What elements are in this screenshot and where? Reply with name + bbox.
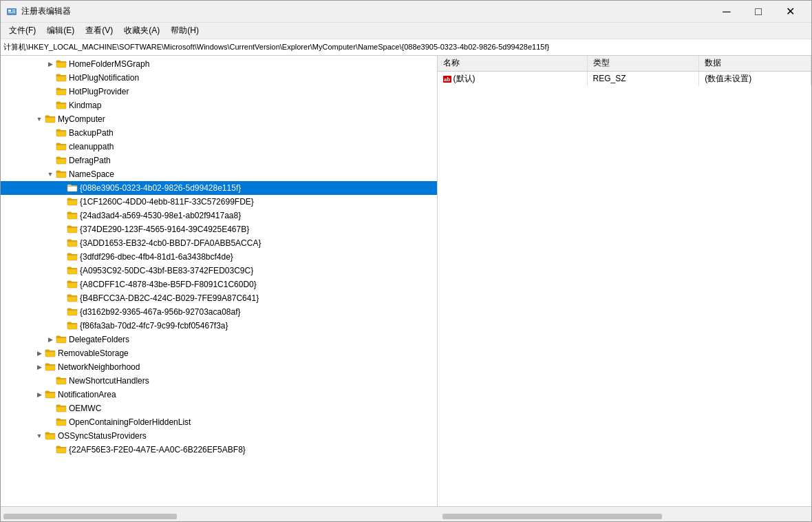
title-bar: 注册表编辑器 ─ □ ✕ [1, 1, 811, 23]
window-title: 注册表编辑器 [21, 6, 711, 17]
maximize-button[interactable]: □ [742, 1, 774, 23]
menu-edit[interactable]: 编辑(E) [41, 23, 80, 38]
expand-button[interactable]: ▶ [34, 348, 45, 359]
tree-item-label: OEMWC [69, 404, 101, 413]
expand-button[interactable]: ▶ [34, 362, 45, 373]
folder-icon [56, 445, 67, 455]
registry-icon [6, 6, 17, 17]
tree-item[interactable]: OEMWC [1, 401, 437, 415]
address-text: 计算机\HKEY_LOCAL_MACHINE\SOFTWARE\Microsof… [3, 42, 549, 52]
folder-icon [56, 142, 67, 152]
tree-item-label: {f86fa3ab-70d2-4fc7-9c99-fcbf05467f3a} [80, 321, 228, 331]
tree-item[interactable]: ▼ NameSpace [1, 167, 437, 181]
expand-button[interactable]: ▶ [45, 334, 56, 345]
ab-icon: ab [443, 76, 451, 83]
folder-icon [67, 293, 78, 303]
tree-item[interactable]: Kindmap [1, 98, 437, 112]
registry-editor-window: 注册表编辑器 ─ □ ✕ 文件(F) 编辑(E) 查看(V) 收藏夹(A) 帮助… [0, 0, 812, 522]
folder-icon [56, 376, 67, 386]
folder-icon [56, 417, 67, 427]
tree-item[interactable]: DefragPath [1, 154, 437, 167]
tree-item[interactable]: BackupPath [1, 126, 437, 140]
tree-item-label: cleanuppath [69, 142, 114, 152]
expand-button[interactable]: ▶ [45, 59, 56, 70]
menu-bar: 文件(F) 编辑(E) 查看(V) 收藏夹(A) 帮助(H) [1, 23, 811, 39]
collapse-button[interactable]: ▼ [34, 430, 45, 441]
value-row[interactable]: ab(默认)REG_SZ(数值未设置) [438, 71, 811, 86]
svg-rect-3 [12, 11, 15, 12]
folder-icon [67, 321, 78, 331]
tree-item-label: {24ad3ad4-a569-4530-98e1-ab02f9417aa8} [80, 211, 241, 220]
tree-item-label: {d3162b92-9365-467a-956b-92703aca08af} [80, 307, 241, 317]
tree-item[interactable]: {A0953C92-50DC-43bf-BE83-3742FED03C9C} [1, 264, 437, 278]
close-button[interactable]: ✕ [774, 1, 806, 23]
tree-item-label: BackupPath [69, 128, 114, 138]
minimize-button[interactable]: ─ [711, 1, 742, 23]
tree-item[interactable]: {f86fa3ab-70d2-4fc7-9c99-fcbf05467f3a} [1, 319, 437, 333]
tree-item[interactable]: ▶ NetworkNeighborhood [1, 360, 437, 374]
tree-item[interactable]: OpenContainingFolderHiddenList [1, 415, 437, 429]
svg-rect-1 [8, 10, 11, 12]
tree-item[interactable]: ▶ HomeFolderMSGraph [1, 57, 437, 71]
col-data: 数据 [699, 56, 811, 71]
folder-icon [45, 114, 56, 124]
folder-icon [56, 335, 67, 344]
tree-item-label: DefragPath [69, 156, 111, 165]
tree-item-label: {1CF1260C-4DD0-4ebb-811F-33C572699FDE} [80, 197, 254, 207]
tree-item-label: {A0953C92-50DC-43bf-BE83-3742FED03C9C} [80, 266, 253, 275]
value-table: 名称 类型 数据 ab(默认)REG_SZ(数值未设置) [438, 56, 811, 86]
tree-item-label: HomeFolderMSGraph [69, 59, 149, 69]
tree-item[interactable]: ▼ MyComputer [1, 112, 437, 126]
tree-item[interactable]: ▼ OSSyncStatusProviders [1, 429, 437, 443]
collapse-button[interactable]: ▼ [45, 169, 56, 180]
tree-item[interactable]: {088e3905-0323-4b02-9826-5d99428e115f} [1, 181, 437, 195]
expand-button[interactable]: ▶ [34, 389, 45, 400]
collapse-button[interactable]: ▼ [34, 114, 45, 125]
tree-item[interactable]: {B4BFCC3A-DB2C-424C-B029-7FE99A87C641} [1, 291, 437, 305]
folder-icon [67, 307, 78, 317]
tree-item-label: {3dfdf296-dbec-4fb4-81d1-6a3438bcf4de} [80, 252, 233, 262]
tree-item[interactable]: {3ADD1653-EB32-4cb0-BBD7-DFA0ABB5ACCA} [1, 236, 437, 250]
folder-icon [67, 238, 78, 248]
status-bar [1, 506, 811, 521]
menu-help[interactable]: 帮助(H) [165, 23, 204, 38]
tree-item-label: {22AF56E3-F2E0-4A7E-AA0C-6B226EF5ABF8} [69, 445, 246, 455]
folder-icon [56, 404, 67, 413]
tree-item[interactable]: ▶ DelegateFolders [1, 333, 437, 346]
tree-item-label: {374DE290-123F-4565-9164-39C4925E467B} [80, 225, 249, 234]
tree-item[interactable]: HotPlugProvider [1, 85, 437, 98]
tree-container: ▶ HomeFolderMSGraph HotPlugNotification … [1, 56, 437, 458]
folder-icon [67, 183, 78, 193]
menu-favorites[interactable]: 收藏夹(A) [118, 23, 165, 38]
tree-item[interactable]: HotPlugNotification [1, 71, 437, 85]
menu-file[interactable]: 文件(F) [3, 23, 41, 38]
folder-icon [56, 59, 67, 69]
folder-icon [45, 362, 56, 372]
tree-item[interactable]: {A8CDFF1C-4878-43be-B5FD-F8091C1C60D0} [1, 278, 437, 291]
folder-icon [67, 225, 78, 234]
tree-panel[interactable]: ▶ HomeFolderMSGraph HotPlugNotification … [1, 56, 438, 506]
tree-item-label: HotPlugProvider [69, 87, 129, 96]
tree-item[interactable]: {374DE290-123F-4565-9164-39C4925E467B} [1, 222, 437, 236]
tree-item[interactable]: NewShortcutHandlers [1, 374, 437, 388]
address-bar: 计算机\HKEY_LOCAL_MACHINE\SOFTWARE\Microsof… [1, 39, 811, 56]
menu-view[interactable]: 查看(V) [80, 23, 118, 38]
tree-item-label: {3ADD1653-EB32-4cb0-BBD7-DFA0ABB5ACCA} [80, 238, 261, 248]
tree-item[interactable]: {3dfdf296-dbec-4fb4-81d1-6a3438bcf4de} [1, 250, 437, 264]
tree-item[interactable]: ▶ RemovableStorage [1, 346, 437, 360]
tree-item[interactable]: {d3162b92-9365-467a-956b-92703aca08af} [1, 305, 437, 319]
window-controls: ─ □ ✕ [711, 1, 806, 23]
folder-icon [56, 101, 67, 110]
tree-item[interactable]: {24ad3ad4-a569-4530-98e1-ab02f9417aa8} [1, 209, 437, 222]
tree-item[interactable]: {22AF56E3-F2E0-4A7E-AA0C-6B226EF5ABF8} [1, 443, 437, 457]
col-name: 名称 [438, 56, 587, 71]
tree-item[interactable]: cleanuppath [1, 140, 437, 154]
tree-item[interactable]: {1CF1260C-4DD0-4ebb-811F-33C572699FDE} [1, 195, 437, 209]
value-name-cell: ab(默认) [438, 71, 587, 86]
folder-icon [67, 266, 78, 275]
folder-icon [56, 73, 67, 83]
tree-item-label: RemovableStorage [58, 348, 129, 358]
tree-item[interactable]: ▶ NotificationArea [1, 388, 437, 401]
folder-icon [67, 280, 78, 289]
value-type-cell: REG_SZ [587, 71, 699, 86]
